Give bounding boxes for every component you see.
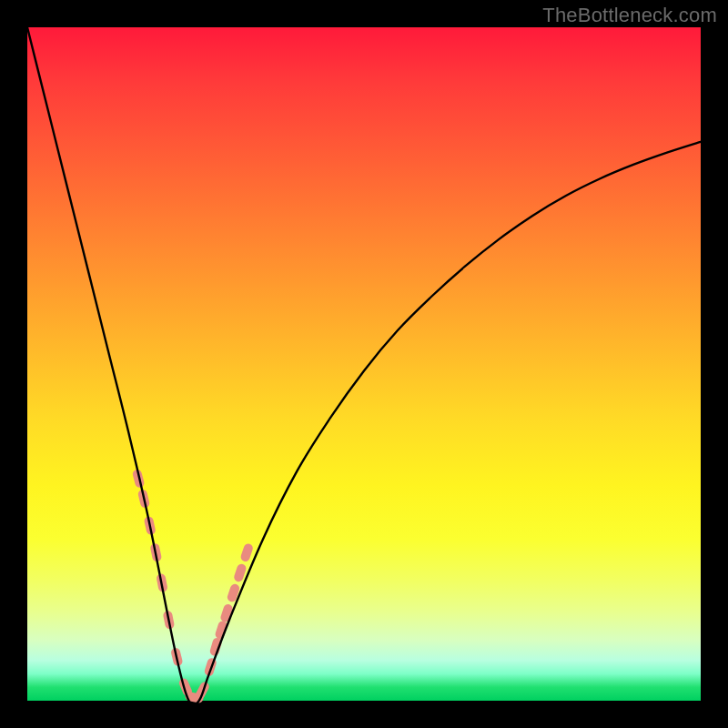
curve-svg <box>27 27 701 701</box>
curve-marker <box>239 542 254 562</box>
watermark-text: TheBottleneck.com <box>542 4 717 27</box>
marker-layer <box>132 469 254 703</box>
chart-frame: TheBottleneck.com <box>0 0 728 728</box>
bottleneck-curve <box>27 27 701 705</box>
plot-area <box>27 27 701 701</box>
